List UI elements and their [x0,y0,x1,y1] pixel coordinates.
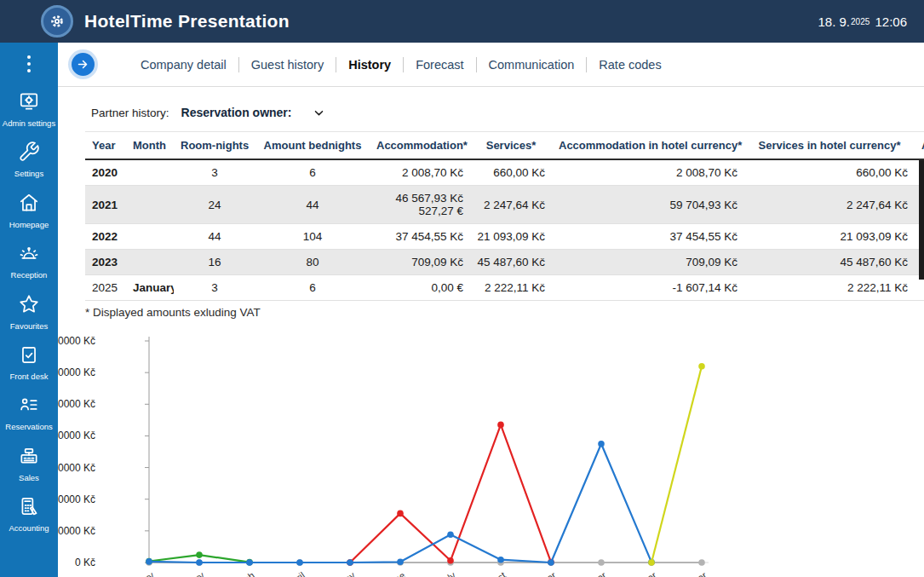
tab-company-detail[interactable]: Company detail [129,58,238,72]
x-tick-label: August [477,569,508,577]
reservation-owner-dropdown[interactable]: Reservation owner: [181,106,325,119]
expand-tabs-button[interactable] [72,53,95,76]
service-bell-icon [18,242,40,268]
table-cell: 21 093,09 Kč [470,224,552,250]
table-row[interactable]: 20231680709,09 Kč45 487,60 Kč709,09 Kč45… [85,250,924,275]
table-cell: 104 [255,224,370,250]
sidebar-item-reception[interactable]: Reception [0,242,58,280]
table-cell: 24 [174,186,255,224]
table-cell [126,159,174,186]
table-cell: 3 [174,159,255,186]
table-cell: 16 [174,250,255,275]
tab-communication[interactable]: Communication [477,58,587,72]
sidebar-item-sales[interactable]: Sales [0,445,58,482]
blue-series-point [447,532,454,539]
table-cell: January [126,275,174,301]
table-row[interactable]: 2020362 008,70 Kč660,00 Kč2 008,70 Kč660… [85,159,924,186]
column-header-aver[interactable]: Aver [915,132,924,160]
column-header-month[interactable]: Month [126,132,174,160]
table-cell: 0,00 € [370,275,470,301]
datetime: 18. 9. 2025 12:06 [818,0,908,43]
table-header-row: YearMonthRoom-nightsAmount bednightsAcco… [85,132,924,160]
blue-series-point [196,559,203,566]
partner-history-label: Partner history: [91,107,169,119]
star-icon [18,293,40,319]
x-tick-label: February [169,570,207,577]
table-cell: 37 454,55 Kč [552,224,744,250]
column-header-accommodation-in-hotel-currency[interactable]: Accommodation in hotel currency* [552,132,744,160]
sidebar-item-favourites[interactable]: Favourites [0,293,58,331]
gray-baseline-point [698,559,705,566]
column-header-room-nights[interactable]: Room-nights [174,132,255,160]
y-tick-label: 0 Kč [75,557,95,568]
sidebar-item-homepage[interactable]: Homepage [0,192,58,229]
vat-footnote: * Displayed amounts exluding VAT [85,306,924,319]
column-header-services[interactable]: Services* [470,132,552,160]
kebab-menu-icon[interactable] [0,51,58,77]
column-header-accommodation[interactable]: Accommodation* [370,132,470,160]
table-cell: 2 247,64 Kč [470,186,552,224]
table-cell: 37 454,55 Kč [370,224,470,250]
column-header-year[interactable]: Year [85,132,126,160]
table-cell: 59 704,93 Kč [552,186,744,224]
sidebar-item-settings[interactable]: Settings [0,141,58,178]
x-tick-label: September [513,570,558,577]
tab-history[interactable]: History [336,58,403,72]
sidebar-item-label: Reception [11,270,48,280]
cash-register-icon [18,445,40,470]
table-cell: 660,00 Kč [744,159,915,186]
gray-baseline-point [598,559,605,566]
sidebar-item-reservations[interactable]: Reservations [0,394,58,431]
x-tick-label: October [574,570,609,577]
history-table: YearMonthRoom-nightsAmount bednightsAcco… [85,131,924,301]
column-header-services-in-hotel-currency[interactable]: Services in hotel currency* [744,132,915,160]
chevron-down-icon [313,107,324,118]
x-tick-label: May [336,570,357,577]
sidebar-item-label: Homepage [9,220,49,229]
tab-forecast[interactable]: Forecast [404,58,475,72]
table-cell: 2 008,70 Kč [552,159,744,186]
table-cell: 45 487,60 Kč [470,250,552,275]
table-cell: 44 [255,186,370,224]
tab-rate-codes[interactable]: Rate codes [587,58,673,72]
blue-series-point [246,559,253,566]
sidebar-item-label: Sales [19,473,39,482]
main-content: Company detailGuest historyHistoryForeca… [58,43,924,577]
table-row[interactable]: 20224410437 454,55 Kč21 093,09 Kč37 454,… [85,224,924,250]
sidebar-nav: Admin settingsSettingsHomepageReceptionF… [0,90,58,534]
table-cell: 2025 [85,275,126,301]
sidebar-item-label: Settings [14,169,43,178]
sidebar-item-front-desk[interactable]: Front desk [0,343,58,381]
sidebar-item-accounting[interactable]: Accounting [0,495,58,533]
table-cell: 2 247,64 Kč [744,186,915,224]
tab-guest-history[interactable]: Guest history [239,58,336,72]
table-cell: 2023 [85,250,126,275]
column-header-amount-bednights[interactable]: Amount bednights [255,132,370,160]
red-series-point [447,557,454,564]
table-row[interactable]: 2021244446 567,93 Kč 527,27 €2 247,64 Kč… [85,186,924,224]
y-tick-label: 20000 Kč [58,493,95,505]
blue-series-point [146,558,152,565]
y-tick-label: 40000 Kč [58,430,95,441]
x-tick-label: December [666,570,709,577]
clipboard-check-icon [18,343,40,369]
table-cell: 3 [174,275,255,301]
y-tick-label: 30000 Kč [58,462,95,474]
admin-settings-icon [18,90,40,116]
vertical-scrollbar[interactable] [919,160,924,280]
table-cell: 6 [255,275,370,301]
yellow-series-line [651,366,702,563]
x-tick-label: April [284,570,307,577]
blue-series-line [149,444,651,563]
wrench-icon [18,141,40,166]
history-table-wrap: YearMonthRoom-nightsAmount bednightsAcco… [85,131,924,301]
table-row[interactable]: 2025January360,00 €2 222,11 Kč-1 607,14 … [85,275,924,301]
sidebar-item-admin-settings[interactable]: Admin settings [0,90,58,128]
table-cell: 660,00 Kč [470,159,552,186]
guest-list-icon [18,394,40,419]
top-bar: HotelTime Presentation 18. 9. 2025 12:06 [0,0,924,43]
y-tick-label: 70000 Kč [58,335,95,347]
table-cell [126,186,174,224]
hoteltime-logo-gear-icon[interactable] [41,5,73,38]
table-cell: 21 093,09 Kč [744,224,915,250]
